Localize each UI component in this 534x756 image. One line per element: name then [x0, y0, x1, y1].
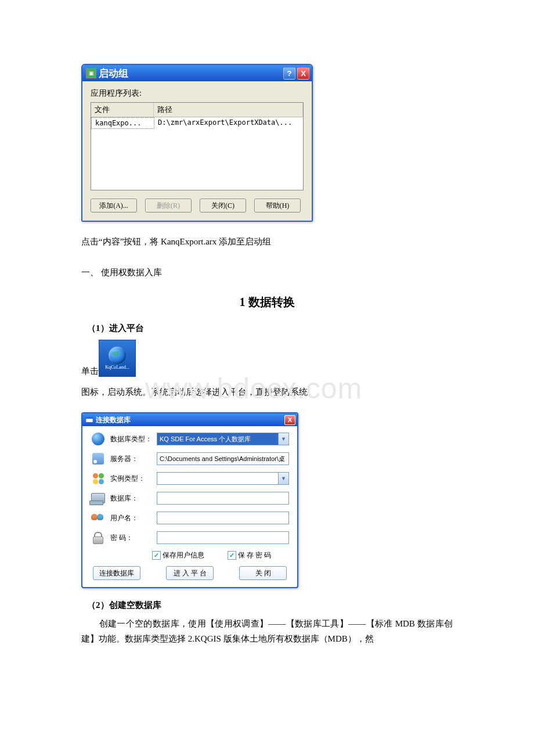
dbtype-select[interactable]: KQ SDE For Access 个人数据库 ▼	[157, 433, 289, 445]
paragraph: 图标，启动系统。系统启动后选择进入平台，直接登陆系统。	[81, 385, 453, 400]
remove-button[interactable]: 删除(R)	[145, 199, 192, 213]
check-icon: ✓	[152, 551, 161, 560]
titlebar-close-button[interactable]: X	[284, 415, 295, 425]
svg-rect-1	[86, 417, 93, 419]
chevron-down-icon: ▼	[278, 473, 288, 484]
username-field[interactable]	[157, 512, 289, 524]
subsection-heading: （1）进入平台	[87, 323, 453, 334]
server-label: 服务器：	[110, 454, 152, 464]
app-list-label: 应用程序列表:	[91, 88, 304, 99]
database-label: 数据库：	[110, 494, 152, 503]
shortcut-caption: KqCoLand...	[105, 365, 129, 370]
instance-icon	[91, 471, 106, 485]
titlebar-help-button[interactable]: ?	[283, 67, 295, 80]
server-field[interactable]: C:\Documents and Settings\Administrator\…	[157, 452, 289, 465]
save-user-checkbox[interactable]: ✓ 保存用户信息	[152, 550, 204, 560]
startup-group-dialog: ▣ 启动组 ? X 应用程序列表: 文件 路径 kanqExpo... D:\z…	[81, 64, 313, 222]
instance-select[interactable]: ▼	[157, 472, 289, 485]
col-path[interactable]: 路径	[154, 103, 303, 117]
lock-icon	[91, 531, 106, 545]
save-password-checkbox[interactable]: ✓ 保 存 密 码	[228, 550, 271, 560]
app-list[interactable]: 文件 路径 kanqExpo... D:\zmr\arxExport\Expor…	[91, 102, 304, 190]
chapter-heading: 1 数据转换	[81, 294, 453, 310]
table-row[interactable]: kanqExpo... D:\zmr\arxExport\ExportXData…	[91, 117, 303, 129]
connect-db-dialog: 连接数据库 X 数据库类型： KQ SDE For Access 个人数据库 ▼…	[81, 412, 298, 588]
database-field[interactable]	[157, 492, 289, 505]
cell-path: D:\zmr\arxExport\ExportXData\...	[154, 117, 303, 129]
username-label: 用户名：	[110, 513, 152, 523]
globe-icon	[109, 347, 126, 364]
close-button[interactable]: 关闭(C)	[200, 199, 246, 213]
click-prefix-text: 单击	[81, 366, 99, 377]
dialog-titlebar[interactable]: ▣ 启动组 ? X	[82, 65, 312, 81]
titlebar-close-button[interactable]: X	[297, 67, 309, 80]
add-button[interactable]: 添加(A)...	[91, 199, 137, 213]
desktop-shortcut-icon[interactable]: KqCoLand...	[99, 340, 136, 377]
database-icon	[91, 491, 106, 505]
section-heading: 一、 使用权数据入库	[81, 267, 453, 278]
dbtype-value: KQ SDE For Access 个人数据库	[157, 433, 278, 445]
check-icon: ✓	[228, 551, 236, 560]
password-field[interactable]	[157, 531, 289, 544]
dialog-title: 连接数据库	[96, 415, 284, 425]
app-icon: ▣	[86, 68, 96, 78]
paragraph: 创建一个空的数据库，使用【使用权调查】——【数据库工具】——【标准 MDB 数据…	[81, 617, 453, 646]
password-label: 密 码：	[110, 533, 152, 543]
subsection-heading: （2）创建空数据库	[87, 600, 453, 611]
col-file[interactable]: 文件	[91, 103, 154, 117]
users-icon	[91, 511, 106, 525]
save-user-label: 保存用户信息	[163, 550, 204, 560]
enter-platform-button[interactable]: 进 入 平 台	[166, 566, 214, 580]
dialog-titlebar[interactable]: 连接数据库 X	[82, 413, 297, 426]
close-button[interactable]: 关 闭	[239, 566, 287, 580]
server-icon	[91, 452, 106, 466]
chevron-down-icon: ▼	[278, 433, 288, 445]
list-header: 文件 路径	[91, 103, 303, 117]
instance-label: 实例类型：	[110, 474, 152, 484]
globe-icon	[91, 432, 106, 446]
dialog-icon	[85, 416, 93, 424]
cell-file: kanqExpo...	[91, 117, 154, 129]
save-password-label: 保 存 密 码	[238, 550, 271, 560]
help-button[interactable]: 帮助(H)	[254, 199, 301, 213]
dbtype-label: 数据库类型：	[110, 434, 152, 444]
paragraph: 点击“内容”按钮，将 KanqExport.arx 添加至启动组	[81, 235, 453, 250]
connect-db-button[interactable]: 连接数据库	[93, 566, 140, 580]
dialog-title: 启动组	[99, 67, 283, 80]
